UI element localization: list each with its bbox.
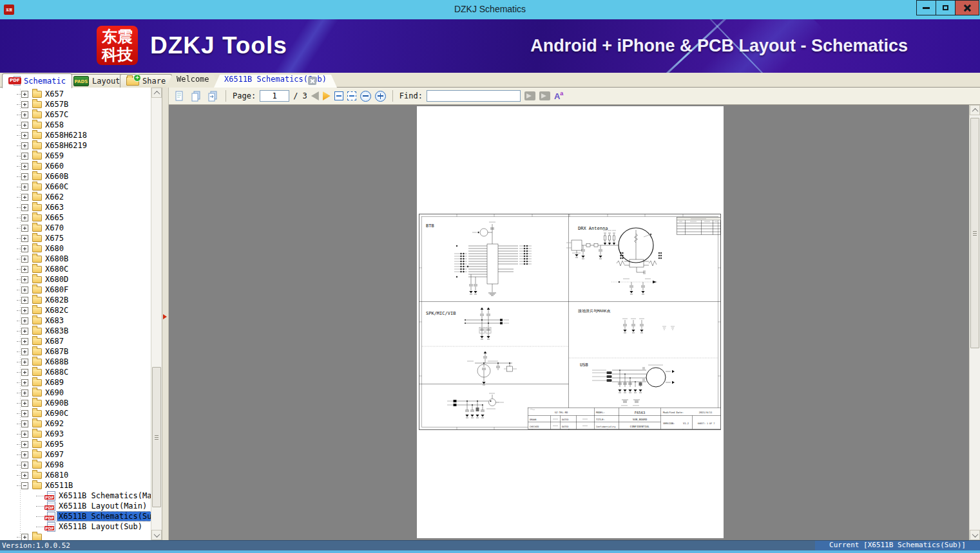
tree-folder[interactable]: X680D xyxy=(0,274,151,285)
tree-folder[interactable]: X682B xyxy=(0,295,151,305)
document-scrollbar[interactable] xyxy=(969,105,980,540)
expand-icon[interactable] xyxy=(21,534,28,541)
expand-icon[interactable] xyxy=(21,286,28,294)
expand-icon[interactable] xyxy=(21,142,28,149)
tree-folder[interactable]: X693 xyxy=(0,429,151,439)
collapse-panel-icon[interactable] xyxy=(163,314,167,319)
expand-icon[interactable] xyxy=(21,276,28,283)
tree-folder-expanded[interactable]: X6511B xyxy=(0,480,151,491)
tab-schematic[interactable]: PDF Schematic xyxy=(2,73,72,88)
document-scrollbar-thumb[interactable] xyxy=(970,118,979,348)
expand-icon[interactable] xyxy=(21,266,28,273)
scroll-down-button[interactable] xyxy=(151,530,162,540)
tree-document[interactable]: PDFX6511B Layout(Main) xyxy=(0,501,151,511)
tree-folder[interactable]: X690 xyxy=(0,388,151,398)
tree-folder[interactable]: X680 xyxy=(0,243,151,254)
tree-folder[interactable]: X6810 xyxy=(0,470,151,480)
close-button[interactable] xyxy=(955,0,979,15)
tree-folder[interactable]: X695 xyxy=(0,439,151,449)
expand-icon[interactable] xyxy=(21,163,28,170)
expand-icon[interactable] xyxy=(21,235,28,242)
tree-folder[interactable]: X682C xyxy=(0,305,151,315)
find-next-icon[interactable] xyxy=(539,91,550,100)
previous-page-button[interactable] xyxy=(311,91,319,100)
expand-icon[interactable] xyxy=(21,400,28,407)
expand-icon[interactable] xyxy=(21,183,28,191)
tree-scrollbar-thumb[interactable] xyxy=(152,367,161,507)
tree-folder[interactable] xyxy=(0,532,151,540)
copy-text-icon[interactable] xyxy=(173,89,186,102)
expand-icon[interactable] xyxy=(21,91,28,98)
tree-folder[interactable]: X690B xyxy=(0,398,151,408)
tree-folder[interactable]: X680B xyxy=(0,254,151,264)
tree-scrollbar[interactable] xyxy=(151,88,162,540)
next-page-button[interactable] xyxy=(323,91,331,100)
scroll-up-button[interactable] xyxy=(970,105,980,115)
tree-folder[interactable]: X688B xyxy=(0,357,151,367)
tree-document[interactable]: PDFX6511B Layout(Sub) xyxy=(0,521,151,532)
expand-icon[interactable] xyxy=(21,410,28,417)
tree-folder[interactable]: X689 xyxy=(0,377,151,388)
tree-folder[interactable]: X690C xyxy=(0,408,151,418)
tree-folder[interactable]: X683B xyxy=(0,326,151,336)
expand-icon[interactable] xyxy=(21,348,28,355)
expand-icon[interactable] xyxy=(21,101,28,108)
expand-icon[interactable] xyxy=(21,420,28,427)
tree-folder[interactable]: X657C xyxy=(0,109,151,120)
tree-folder[interactable]: X658H6218 xyxy=(0,130,151,140)
tree-folder[interactable]: X659 xyxy=(0,151,151,161)
expand-icon[interactable] xyxy=(21,214,28,221)
expand-icon[interactable] xyxy=(21,225,28,232)
tab-share[interactable]: + Share xyxy=(120,74,172,88)
tree-folder[interactable]: X665 xyxy=(0,212,151,223)
tab-layout[interactable]: PADS Layout xyxy=(67,74,126,88)
tree-folder[interactable]: X658 xyxy=(0,120,151,130)
panel-splitter[interactable] xyxy=(162,88,169,540)
tree-folder[interactable]: X687 xyxy=(0,336,151,346)
tree-folder[interactable]: X675 xyxy=(0,233,151,243)
expand-icon[interactable] xyxy=(21,328,28,335)
expand-icon[interactable] xyxy=(21,132,28,139)
expand-icon[interactable] xyxy=(21,153,28,160)
expand-icon[interactable] xyxy=(21,441,28,448)
tree-folder[interactable]: X680F xyxy=(0,285,151,295)
scroll-down-button[interactable] xyxy=(970,530,980,540)
zoom-out-button[interactable] xyxy=(360,91,371,102)
snapshot-icon[interactable] xyxy=(206,89,219,102)
tree-folder[interactable]: X680C xyxy=(0,264,151,274)
expand-icon[interactable] xyxy=(21,462,28,469)
tree-folder[interactable]: X692 xyxy=(0,418,151,429)
tab-close-icon[interactable] xyxy=(308,77,316,85)
expand-icon[interactable] xyxy=(21,297,28,304)
zoom-in-button[interactable] xyxy=(375,91,386,102)
expand-icon[interactable] xyxy=(21,369,28,376)
tab-welcome[interactable]: Welcome xyxy=(166,75,220,88)
tree-document[interactable]: PDFX6511B Schematics(Sub) xyxy=(0,511,151,521)
expand-icon[interactable] xyxy=(21,256,28,263)
expand-icon[interactable] xyxy=(21,431,28,438)
expand-icon[interactable] xyxy=(21,307,28,314)
expand-icon[interactable] xyxy=(21,389,28,397)
tree-folder[interactable]: X660B xyxy=(0,171,151,182)
find-previous-icon[interactable] xyxy=(524,91,535,100)
find-input[interactable] xyxy=(427,90,521,102)
fit-width-button[interactable] xyxy=(334,91,343,100)
fit-page-button[interactable] xyxy=(347,91,356,100)
tree-folder[interactable]: X660C xyxy=(0,182,151,192)
expand-icon[interactable] xyxy=(21,122,28,129)
font-size-icon[interactable]: Aa xyxy=(554,91,563,101)
collapse-icon[interactable] xyxy=(21,482,28,489)
expand-icon[interactable] xyxy=(21,317,28,324)
tree-folder[interactable]: X697 xyxy=(0,449,151,460)
expand-icon[interactable] xyxy=(21,451,28,458)
copy-page-icon[interactable] xyxy=(189,89,202,102)
tree-folder[interactable]: X662 xyxy=(0,192,151,202)
page-number-input[interactable] xyxy=(260,90,289,102)
expand-icon[interactable] xyxy=(21,204,28,211)
tree-folder[interactable]: X663 xyxy=(0,202,151,212)
expand-icon[interactable] xyxy=(21,359,28,366)
expand-icon[interactable] xyxy=(21,194,28,201)
expand-icon[interactable] xyxy=(21,338,28,345)
expand-icon[interactable] xyxy=(21,245,28,252)
tree-document[interactable]: PDFX6511B Schematics(Main) xyxy=(0,491,151,501)
